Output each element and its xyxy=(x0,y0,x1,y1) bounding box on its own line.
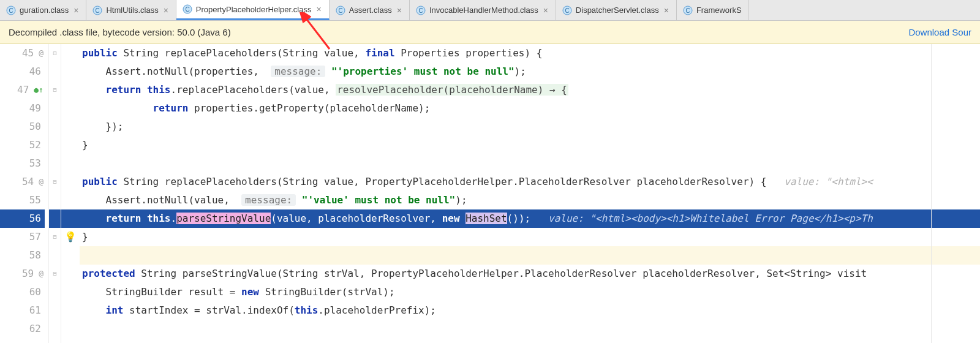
svg-text:C: C xyxy=(685,7,690,14)
fold-gutter: ⊟ ⊟ ⊟ ⊟ ⊟ xyxy=(49,44,61,343)
decompiled-info-bar: Decompiled .class file, bytecode version… xyxy=(0,21,980,44)
tab-label: InvocableHandlerMethod.class xyxy=(429,6,538,15)
class-file-icon: C xyxy=(336,6,345,15)
svg-text:C: C xyxy=(338,7,342,14)
tab-label: FrameworkS xyxy=(696,6,742,15)
highlight-class: HashSet xyxy=(466,213,507,224)
tab-invocablehandlermethod[interactable]: C InvocableHandlerMethod.class × xyxy=(410,0,556,20)
class-file-icon: C xyxy=(183,4,192,14)
caret-line xyxy=(80,246,980,265)
parameter-hint: message: xyxy=(271,66,325,77)
close-icon[interactable]: × xyxy=(542,6,549,15)
tab-propertyplaceholderhelper[interactable]: C PropertyPlaceholderHelper.class × xyxy=(176,0,330,20)
class-file-icon: C xyxy=(92,6,102,15)
svg-text:C: C xyxy=(565,7,569,14)
right-margin-rule xyxy=(931,44,932,343)
intention-bulb-icon[interactable]: 💡 xyxy=(64,228,77,246)
fold-toggle-icon[interactable]: ⊟ xyxy=(49,228,61,246)
tab-label: HtmlUtils.class xyxy=(106,6,158,15)
fold-toggle-icon[interactable]: ⊟ xyxy=(49,265,61,283)
tab-label: Assert.class xyxy=(349,6,392,15)
tab-dispatcherservlet[interactable]: C DispatcherServlet.class × xyxy=(556,0,677,20)
class-file-icon: C xyxy=(6,6,16,15)
execution-point-line: return this.parseStringValue(value, plac… xyxy=(80,209,980,228)
tab-frameworks[interactable]: C FrameworkS xyxy=(677,0,748,20)
class-file-icon: C xyxy=(416,6,426,15)
line-number-gutter: 45@ 46 47●↑ 49 50 52 53 54@ 55 56 57 58 … xyxy=(0,44,49,343)
code-editor[interactable]: 45@ 46 47●↑ 49 50 52 53 54@ 55 56 57 58 … xyxy=(0,44,980,343)
svg-text:C: C xyxy=(185,6,189,13)
fold-toggle-icon[interactable]: ⊟ xyxy=(49,81,61,99)
close-icon[interactable]: × xyxy=(396,6,403,15)
tab-assert[interactable]: C Assert.class × xyxy=(330,0,410,20)
close-icon[interactable]: × xyxy=(72,6,80,15)
close-icon[interactable]: × xyxy=(663,6,670,15)
tab-label: guration.class xyxy=(20,6,69,15)
svg-text:C: C xyxy=(418,7,423,14)
tab-label: PropertyPlaceholderHelper.class xyxy=(196,5,312,14)
download-sources-link[interactable]: Download Sour xyxy=(908,27,971,37)
svg-text:C: C xyxy=(9,7,13,14)
fold-toggle-icon[interactable]: ⊟ xyxy=(49,44,61,62)
class-file-icon: C xyxy=(562,6,572,15)
fold-toggle-icon[interactable]: ⊟ xyxy=(49,173,61,191)
parameter-hint: message: xyxy=(241,194,296,206)
class-file-icon: C xyxy=(683,6,693,15)
tab-guration[interactable]: C guration.class × xyxy=(0,0,86,20)
inline-value-hint: value: "<html>< xyxy=(766,176,872,187)
close-icon[interactable]: × xyxy=(315,4,322,14)
info-bar-text: Decompiled .class file, bytecode version… xyxy=(9,27,231,37)
tab-label: DispatcherServlet.class xyxy=(576,6,659,15)
intention-gutter: 💡 xyxy=(61,44,80,343)
svg-text:C: C xyxy=(96,7,100,14)
code-area[interactable]: public String replacePlaceholders(String… xyxy=(80,44,980,343)
close-icon[interactable]: × xyxy=(162,6,170,15)
editor-tabs: C guration.class × C HtmlUtils.class × C… xyxy=(0,0,980,21)
tab-htmlutils[interactable]: C HtmlUtils.class × xyxy=(86,0,176,20)
inline-value-hint: value: "<html><body><h1>Whitelabel Error… xyxy=(530,213,873,224)
lambda-hint: resolvePlaceholder(placeholderName) → { xyxy=(336,84,568,96)
highlight-method: parseStringValue xyxy=(176,213,271,224)
